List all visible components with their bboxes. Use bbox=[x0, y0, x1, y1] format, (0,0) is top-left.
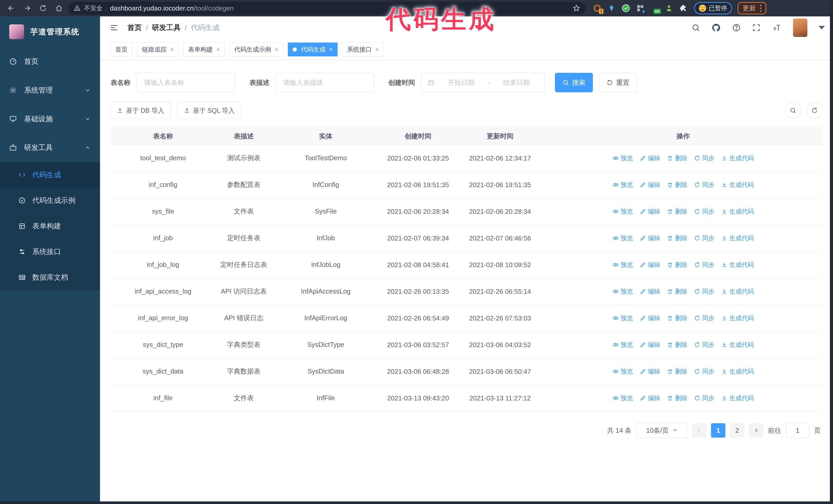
edit-link[interactable]: 编辑 bbox=[640, 367, 660, 376]
sidebar-item-db-doc[interactable]: 数据库文档 bbox=[0, 265, 100, 290]
browser-reload-icon[interactable] bbox=[37, 2, 50, 15]
preview-link[interactable]: 预览 bbox=[613, 394, 633, 402]
profile-paused-badge[interactable]: 已暂停 bbox=[694, 2, 732, 14]
browser-forward-icon[interactable] bbox=[21, 2, 34, 15]
goto-page-input[interactable] bbox=[786, 423, 809, 438]
browser-back-icon[interactable] bbox=[5, 2, 18, 15]
generate-code-link[interactable]: 生成代码 bbox=[721, 181, 754, 189]
generate-code-link[interactable]: 生成代码 bbox=[721, 287, 754, 295]
help-icon[interactable] bbox=[732, 23, 741, 32]
sidebar-item-codegen[interactable]: 代码生成 bbox=[0, 162, 100, 188]
browser-menu-kebab-icon[interactable] bbox=[760, 5, 761, 12]
preview-link[interactable]: 预览 bbox=[613, 208, 633, 216]
edit-link[interactable]: 编辑 bbox=[640, 208, 660, 216]
search-icon[interactable] bbox=[691, 23, 700, 32]
generate-code-link[interactable]: 生成代码 bbox=[721, 261, 754, 269]
sync-link[interactable]: 同步 bbox=[694, 234, 715, 242]
breadcrumb-devtools[interactable]: 研发工具 bbox=[152, 23, 181, 32]
sync-link[interactable]: 同步 bbox=[694, 394, 715, 402]
browser-home-icon[interactable] bbox=[52, 2, 66, 15]
fullscreen-icon[interactable] bbox=[752, 23, 761, 32]
close-icon[interactable]: × bbox=[329, 46, 333, 53]
edit-link[interactable]: 编辑 bbox=[640, 287, 660, 295]
table-name-input[interactable] bbox=[137, 73, 235, 92]
user-avatar[interactable] bbox=[793, 19, 807, 37]
edit-link[interactable]: 编辑 bbox=[640, 181, 660, 189]
sidebar-item-api[interactable]: 系统接口 bbox=[0, 239, 100, 265]
extensions-puzzle-icon[interactable] bbox=[678, 3, 688, 13]
extension-icon-2[interactable] bbox=[606, 3, 617, 13]
edit-link[interactable]: 编辑 bbox=[640, 154, 660, 162]
preview-link[interactable]: 预览 bbox=[613, 341, 633, 349]
preview-link[interactable]: 预览 bbox=[613, 181, 633, 189]
delete-link[interactable]: 删除 bbox=[667, 287, 687, 295]
generate-code-link[interactable]: 生成代码 bbox=[721, 208, 754, 216]
delete-link[interactable]: 删除 bbox=[667, 394, 687, 402]
table-desc-input[interactable] bbox=[276, 73, 374, 92]
reset-button[interactable]: 重置 bbox=[599, 73, 637, 92]
url-bar[interactable]: 不安全 dashboard.yudao.iocoder.cn/tool/code… bbox=[68, 2, 586, 15]
generate-code-link[interactable]: 生成代码 bbox=[721, 394, 754, 402]
preview-link[interactable]: 预览 bbox=[613, 154, 633, 162]
preview-link[interactable]: 预览 bbox=[613, 287, 633, 295]
page-button-1[interactable]: 1 bbox=[711, 423, 725, 438]
edit-link[interactable]: 编辑 bbox=[640, 394, 660, 402]
sidebar-item-devtools[interactable]: 研发工具 bbox=[0, 133, 100, 162]
sidebar-item-system[interactable]: 系统管理 bbox=[0, 76, 100, 104]
date-range-picker[interactable]: 开始日期 - 结束日期 bbox=[421, 73, 545, 92]
import-sql-button[interactable]: 基于 SQL 导入 bbox=[177, 102, 241, 119]
extension-icon-5[interactable]: on bbox=[649, 3, 660, 13]
sidebar-item-codegen-example[interactable]: 代码生成示例 bbox=[0, 188, 100, 213]
preview-link[interactable]: 预览 bbox=[613, 367, 633, 376]
font-size-icon[interactable] bbox=[772, 23, 782, 32]
edit-link[interactable]: 编辑 bbox=[640, 314, 660, 322]
preview-link[interactable]: 预览 bbox=[613, 234, 633, 242]
breadcrumb-home[interactable]: 首页 bbox=[127, 23, 142, 32]
delete-link[interactable]: 删除 bbox=[667, 154, 687, 162]
refresh-table-button[interactable] bbox=[806, 102, 823, 119]
extension-icon-6[interactable] bbox=[664, 3, 674, 13]
extension-icon-4[interactable] bbox=[635, 3, 645, 13]
sync-link[interactable]: 同步 bbox=[694, 341, 715, 349]
delete-link[interactable]: 删除 bbox=[667, 367, 687, 376]
extension-icon-1[interactable]: 1 bbox=[592, 3, 602, 13]
sync-link[interactable]: 同步 bbox=[694, 314, 715, 322]
sync-link[interactable]: 同步 bbox=[694, 367, 715, 376]
tab-form-builder[interactable]: 表单构建× bbox=[183, 43, 225, 56]
generate-code-link[interactable]: 生成代码 bbox=[721, 341, 754, 349]
tab-tracing[interactable]: 链路追踪× bbox=[137, 43, 178, 56]
preview-link[interactable]: 预览 bbox=[613, 261, 633, 269]
generate-code-link[interactable]: 生成代码 bbox=[721, 314, 754, 322]
page-button-2[interactable]: 2 bbox=[730, 423, 744, 438]
close-icon[interactable]: × bbox=[375, 46, 379, 53]
show-search-button[interactable] bbox=[785, 102, 801, 119]
github-icon[interactable] bbox=[712, 23, 721, 32]
edit-link[interactable]: 编辑 bbox=[640, 234, 660, 242]
delete-link[interactable]: 删除 bbox=[667, 314, 687, 322]
bookmark-star-icon[interactable] bbox=[573, 4, 580, 12]
tab-home[interactable]: 首页 bbox=[111, 43, 133, 56]
sidebar-item-form-builder[interactable]: 表单构建 bbox=[0, 213, 100, 239]
sync-link[interactable]: 同步 bbox=[694, 287, 715, 295]
browser-update-button[interactable]: 更新 bbox=[738, 2, 766, 14]
generate-code-link[interactable]: 生成代码 bbox=[721, 367, 754, 376]
generate-code-link[interactable]: 生成代码 bbox=[721, 154, 754, 162]
preview-link[interactable]: 预览 bbox=[613, 314, 633, 322]
delete-link[interactable]: 删除 bbox=[667, 181, 687, 189]
tab-codegen[interactable]: 代码生成× bbox=[288, 43, 337, 56]
prev-page-button[interactable] bbox=[692, 423, 706, 438]
hamburger-icon[interactable] bbox=[109, 22, 120, 33]
avatar-caret-icon[interactable] bbox=[819, 26, 825, 29]
search-button[interactable]: 搜索 bbox=[555, 73, 593, 92]
sync-link[interactable]: 同步 bbox=[694, 261, 715, 269]
close-icon[interactable]: × bbox=[170, 46, 174, 53]
sync-link[interactable]: 同步 bbox=[694, 208, 715, 216]
tab-codegen-example[interactable]: 代码生成示例× bbox=[230, 43, 283, 56]
sync-link[interactable]: 同步 bbox=[694, 181, 715, 189]
page-size-select[interactable]: 10条/页 bbox=[636, 423, 687, 438]
delete-link[interactable]: 删除 bbox=[667, 341, 687, 349]
delete-link[interactable]: 删除 bbox=[667, 234, 687, 242]
edit-link[interactable]: 编辑 bbox=[640, 261, 660, 269]
sidebar-item-infra[interactable]: 基础设施 bbox=[0, 104, 100, 133]
tab-api[interactable]: 系统接口× bbox=[342, 43, 384, 56]
